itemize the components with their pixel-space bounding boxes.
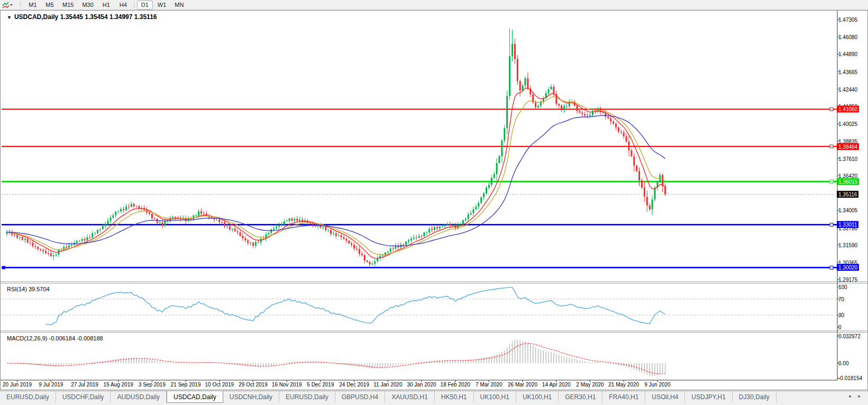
timeframe-button-m5[interactable]: M5 bbox=[42, 1, 58, 10]
date-axis-label: 2 May 2020 bbox=[576, 382, 604, 388]
rsi-axis-tick: 30 bbox=[838, 312, 844, 318]
chart-tab-usoil-h4[interactable]: USOil,H4 bbox=[645, 391, 685, 402]
timeframe-button-m15[interactable]: M15 bbox=[59, 1, 77, 10]
date-axis-label: 5 Dec 2019 bbox=[307, 382, 334, 388]
tab-scroll-right-icon[interactable]: ▸ bbox=[858, 393, 861, 399]
chart-tab-usdjpy-h1[interactable]: USDJPY,H1 bbox=[685, 391, 732, 402]
mt4-application: M1M5M15M30H1H4D1W1MN ▼USDCAD,Daily 1.354… bbox=[0, 0, 868, 405]
price-axis-tick: 1.42440 bbox=[838, 86, 857, 92]
chart-tab-ger30-h1[interactable]: GER30,H1 bbox=[559, 391, 602, 402]
chart-tab-xauusd-h1[interactable]: XAUUSD,H1 bbox=[385, 391, 435, 402]
date-axis-label: 15 Aug 2019 bbox=[104, 382, 133, 388]
rsi-axis-tick: 0 bbox=[838, 325, 842, 330]
date-axis-label: 10 Oct 2019 bbox=[205, 382, 234, 388]
line-price-badge: 1.41060 bbox=[837, 106, 859, 113]
line-price-badge: 1.33011 bbox=[837, 221, 858, 228]
date-axis-label: 7 Mar 2020 bbox=[476, 382, 502, 388]
chart-window: ▼USDCAD,Daily 1.35445 1.35454 1.34997 1.… bbox=[0, 10, 868, 390]
tab-scroll-controls: ◂ ▸ bbox=[848, 391, 868, 399]
date-axis-label: 16 Nov 2019 bbox=[272, 382, 302, 388]
date-axis-label: 11 Jan 2020 bbox=[373, 382, 402, 388]
chart-tab-uk100-h1[interactable]: UK100,H1 bbox=[474, 391, 516, 402]
macd-axis-tick: 0.032972 bbox=[838, 333, 861, 339]
chart-symbol: USDCAD,Daily bbox=[14, 13, 58, 21]
macd-indicator-label: MACD(12,26,9) -0.006184 -0.008188 bbox=[7, 335, 103, 341]
chart-tab-bar: EURUSD,DailyUSDCHF,DailyAUDUSD,DailyUSDC… bbox=[0, 391, 868, 405]
timeframe-button-m30[interactable]: M30 bbox=[78, 1, 97, 10]
date-axis-label: 27 Jul 2019 bbox=[71, 382, 98, 388]
timeframe-button-h4[interactable]: H4 bbox=[115, 1, 131, 10]
chart-tab-gbpusd-h4[interactable]: GBPUSD,H4 bbox=[335, 391, 385, 402]
price-axis-tick: 1.40025 bbox=[838, 121, 857, 127]
chart-tab-uk100-h1[interactable]: UK100,H1 bbox=[516, 391, 559, 402]
current-price-badge: 1.35116 bbox=[837, 191, 858, 198]
pane-separator-rsi[interactable] bbox=[1, 282, 867, 284]
line-price-badge: 1.36015 bbox=[837, 178, 859, 185]
tab-scroll-left-icon[interactable]: ◂ bbox=[848, 393, 851, 399]
chart-profile-icon[interactable] bbox=[2, 1, 17, 9]
timeframe-button-w1[interactable]: W1 bbox=[154, 1, 170, 10]
chart-tab-dj30-daily[interactable]: DJ30,Daily bbox=[733, 391, 776, 402]
date-axis-label: 9 Jul 2019 bbox=[39, 382, 63, 388]
date-axis-label: 26 Mar 2020 bbox=[508, 382, 537, 388]
rsi-axis-tick: 70 bbox=[838, 296, 844, 302]
date-axis-label: 24 Dec 2019 bbox=[339, 382, 369, 388]
timeframe-toolbar: M1M5M15M30H1H4D1W1MN bbox=[0, 0, 868, 10]
date-axis-label: 9 Jun 2020 bbox=[644, 382, 671, 388]
chart-tab-eurusd-daily[interactable]: EURUSD,Daily bbox=[0, 391, 56, 402]
chart-tab-eurusd-daily[interactable]: EURUSD,Daily bbox=[279, 391, 335, 402]
macd-axis-tick: 0.00 bbox=[838, 361, 848, 366]
price-axis-tick: 1.46080 bbox=[838, 34, 857, 40]
date-axis-label: 14 Apr 2020 bbox=[542, 382, 571, 388]
timeframe-button-h1[interactable]: H1 bbox=[98, 1, 114, 10]
rsi-axis-tick: 100 bbox=[838, 284, 847, 290]
price-axis-tick: 1.34005 bbox=[838, 208, 857, 213]
price-axis-tick: 1.44890 bbox=[838, 51, 857, 57]
price-axis-tick: 1.31590 bbox=[838, 242, 857, 248]
chart-tab-audusd-daily[interactable]: AUDUSD,Daily bbox=[111, 391, 167, 402]
rsi-indicator-label: RSI(14) 39.5704 bbox=[7, 286, 50, 292]
chart-tab-usdcad-daily[interactable]: USDCAD,Daily bbox=[167, 391, 223, 403]
date-axis-label: 29 Oct 2019 bbox=[239, 382, 267, 388]
timeframe-button-mn[interactable]: MN bbox=[171, 1, 187, 10]
toolbar-grip[interactable] bbox=[20, 2, 21, 8]
chart-tab-fra40-h1[interactable]: FRA40,H1 bbox=[602, 391, 645, 402]
chart-tab-usdchf-daily[interactable]: USDCHF,Daily bbox=[56, 391, 111, 402]
date-axis-label: 3 Sep 2019 bbox=[139, 382, 166, 388]
chevron-down-icon[interactable]: ▼ bbox=[7, 15, 12, 20]
macd-axis-tick: -0.018154 bbox=[838, 375, 862, 381]
line-price-badge: 1.30020 bbox=[837, 264, 859, 271]
line-price-badge: 1.38464 bbox=[837, 143, 859, 150]
date-axis-label: 21 Sep 2019 bbox=[171, 382, 201, 388]
price-axis-tick: 1.47305 bbox=[838, 17, 857, 23]
timeframe-button-m1[interactable]: M1 bbox=[25, 1, 41, 10]
chart-title: ▼USDCAD,Daily 1.35445 1.35454 1.34997 1.… bbox=[7, 13, 157, 21]
chart-tab-hk50-h1[interactable]: HK50,H1 bbox=[435, 391, 474, 402]
date-axis-label: 20 Jun 2019 bbox=[3, 382, 32, 388]
date-axis-label: 18 Feb 2020 bbox=[441, 382, 470, 388]
chart-tab-usdcnh-daily[interactable]: USDCNH,Daily bbox=[223, 391, 279, 402]
pane-separator-macd[interactable] bbox=[1, 331, 867, 333]
date-axis-label: 30 Jan 2020 bbox=[407, 382, 436, 388]
toolbar-separator bbox=[134, 2, 134, 8]
timeframe-button-d1[interactable]: D1 bbox=[137, 1, 153, 10]
price-axis-tick: 1.43665 bbox=[838, 69, 857, 75]
price-axis-tick: 1.37610 bbox=[838, 156, 857, 161]
date-axis-label: 21 May 2020 bbox=[608, 382, 639, 388]
chart-ohlc-values: 1.35445 1.35454 1.34997 1.35116 bbox=[60, 13, 157, 21]
